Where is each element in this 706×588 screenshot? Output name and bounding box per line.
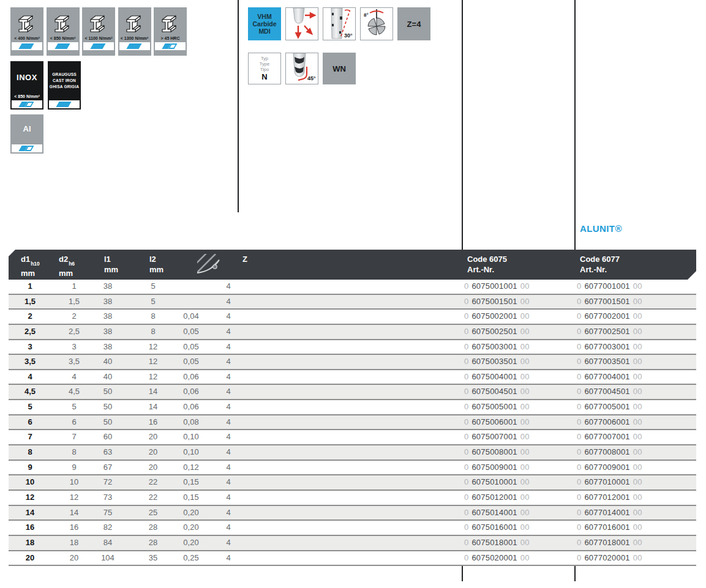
material-strength-label: > 45 HRC xyxy=(154,35,187,41)
cell-code-6075: 0 6075012001 00 xyxy=(464,491,530,504)
cell-code-6075: 0 6075010001 00 xyxy=(464,475,530,489)
cell-code-6075: 0 6075001001 00 xyxy=(464,280,530,293)
cell-l1: 75 xyxy=(90,506,126,519)
material-aluminium-box: Al xyxy=(10,114,43,154)
cell-code-6075: 0 6075006001 00 xyxy=(464,415,530,429)
vhm-carbide-badge: VHM Carbide MDI xyxy=(248,7,281,40)
cell-z: 4 xyxy=(211,400,246,414)
cell-z: 4 xyxy=(211,295,246,308)
material-steel-box: < 1300 N/mm² xyxy=(118,7,151,56)
cell-code-6075: 0 6075014001 00 xyxy=(464,506,530,519)
indicator-band xyxy=(12,144,42,152)
cell-d2: 4,5 xyxy=(56,385,92,398)
table-row: 7 7 60 20 0,10 4 0 6075007001 00 0 60770… xyxy=(9,430,696,445)
suitability-chip-icon xyxy=(16,145,38,152)
cell-l1: 72 xyxy=(90,475,126,489)
table-row: 3,5 3,5 40 12 0,05 4 0 6075003501 00 0 6… xyxy=(9,355,696,370)
material-strength-label: < 850 N/mm² xyxy=(47,35,80,41)
cell-d1: 14 xyxy=(12,506,48,519)
cell-d1: 20 xyxy=(12,551,48,565)
inox-strength-label: < 850 N/mm² xyxy=(10,94,43,99)
cell-d1: 10 xyxy=(12,475,48,489)
suitability-chip-icon xyxy=(16,101,38,108)
cell-code-6075: 0 6075020001 00 xyxy=(464,551,530,565)
suitability-chip-icon xyxy=(52,43,74,50)
table-row: 10 10 72 22 0,15 4 0 6075010001 00 0 607… xyxy=(9,475,696,491)
cell-d2: 8 xyxy=(56,445,92,459)
cell-d2: 7 xyxy=(56,430,92,444)
cell-d2: 18 xyxy=(56,536,92,549)
cell-l2: 20 xyxy=(135,445,171,459)
cell-d2: 20 xyxy=(56,551,92,565)
cell-l2: 16 xyxy=(135,415,171,429)
steel-grade-icons: < 400 N/mm² xyxy=(10,7,187,56)
cell-l2: 28 xyxy=(135,521,171,534)
cell-l1: 82 xyxy=(90,521,126,534)
indicator-band xyxy=(83,42,114,50)
cell-l2: 5 xyxy=(135,295,171,308)
cell-l2: 12 xyxy=(135,355,171,368)
cell-d2: 4 xyxy=(56,370,92,384)
header-code-6077: Code 6077 Art.-Nr. xyxy=(580,254,620,275)
table-row: 8 8 63 20 0,10 4 0 6075008001 00 0 60770… xyxy=(9,445,696,461)
table-row: 1,5 1,5 38 5 4 0 6075001501 00 0 6077001… xyxy=(9,295,696,310)
table-row: 16 16 82 28 0,20 4 0 6075016001 00 0 607… xyxy=(9,521,696,536)
cell-radius: 0,06 xyxy=(173,400,209,414)
cell-l2: 22 xyxy=(135,475,171,489)
cell-d2: 12 xyxy=(56,491,92,504)
cell-code-6077: 0 6077002501 00 xyxy=(577,325,642,338)
cell-d2: 10 xyxy=(56,475,92,489)
cell-code-6077: 0 6077009001 00 xyxy=(577,461,642,474)
cell-z: 4 xyxy=(211,491,246,504)
cell-d1: 8 xyxy=(12,445,48,459)
cell-code-6077: 0 6077003501 00 xyxy=(577,355,642,368)
cell-radius: 0,25 xyxy=(173,551,209,565)
catalog-page: < 400 N/mm² xyxy=(0,0,706,588)
cell-code-6077: 0 6077005001 00 xyxy=(577,400,642,414)
cell-z: 4 xyxy=(211,310,246,323)
svg-text:30°: 30° xyxy=(344,32,353,39)
ibeam-icon xyxy=(118,7,151,35)
header-l2: l2 mm xyxy=(149,254,163,275)
cell-z: 4 xyxy=(211,370,246,384)
cell-radius: 0,20 xyxy=(173,536,209,549)
header-z: Z xyxy=(242,254,247,264)
cell-l2: 5 xyxy=(135,280,171,293)
table-row: 1 1 38 5 4 0 6075001001 00 0 6077001001 … xyxy=(9,280,696,295)
cell-l2: 20 xyxy=(135,461,171,474)
suitability-chip-icon xyxy=(88,43,110,50)
cell-z: 4 xyxy=(211,430,246,444)
cell-z: 4 xyxy=(211,445,246,459)
cell-d1: 9 xyxy=(12,461,48,474)
svg-text:45°: 45° xyxy=(307,75,316,81)
cell-code-6077: 0 6077016001 00 xyxy=(577,521,642,534)
cell-l2: 14 xyxy=(135,385,171,398)
cell-radius: 0,05 xyxy=(173,325,209,338)
cell-d1: 7 xyxy=(12,430,48,444)
cell-l2: 12 xyxy=(135,370,171,384)
cell-d1: 12 xyxy=(12,491,48,504)
table-row: 3 3 38 12 0,05 4 0 6075003001 00 0 60770… xyxy=(9,340,696,355)
cell-code-6077: 0 6077001501 00 xyxy=(577,295,642,308)
cell-l1: 40 xyxy=(90,355,126,368)
cell-l2: 22 xyxy=(135,491,171,504)
cell-d2: 14 xyxy=(56,506,92,519)
cell-radius: 0,12 xyxy=(173,461,209,474)
cell-code-6075: 0 6075003501 00 xyxy=(464,355,530,368)
cell-l1: 67 xyxy=(90,461,126,474)
cell-code-6077: 0 6077003001 00 xyxy=(577,340,642,354)
indicator-band xyxy=(12,100,42,108)
suitability-chip-icon xyxy=(16,43,38,50)
cell-l2: 8 xyxy=(135,325,171,338)
material-steel-box: > 45 HRC xyxy=(154,7,187,56)
cell-l2: 14 xyxy=(135,400,171,414)
cell-d2: 1,5 xyxy=(56,295,92,308)
table-row: 6 6 50 16 0,08 4 0 6075006001 00 0 60770… xyxy=(9,415,696,431)
cell-code-6077: 0 6077008001 00 xyxy=(577,445,642,459)
cell-code-6075: 0 6075002501 00 xyxy=(464,325,530,338)
table-row: 18 18 84 28 0,20 4 0 6075018001 00 0 607… xyxy=(9,536,696,551)
cell-z: 4 xyxy=(211,461,246,474)
suitability-chip-icon xyxy=(53,101,75,108)
cell-radius: 0,05 xyxy=(173,355,209,368)
cell-z: 4 xyxy=(211,475,246,489)
